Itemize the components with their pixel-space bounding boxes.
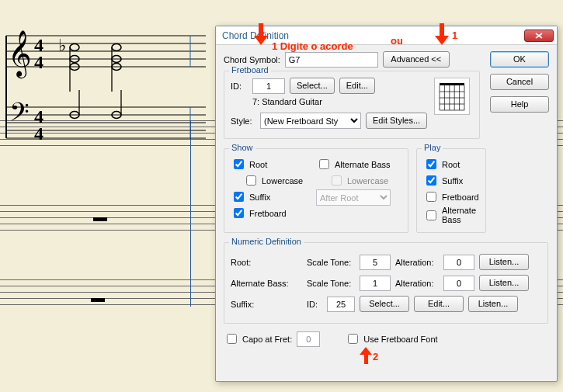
play-legend: Play	[422, 143, 443, 152]
fretboard-group: Fretboard ID: Select... Edit... 7: Stand…	[224, 71, 480, 139]
treble-clef-icon: 𝄞	[8, 30, 32, 79]
altbass-alteration-input[interactable]	[443, 276, 474, 291]
fretboard-id-label: ID:	[231, 82, 248, 91]
dialog-titlebar: Chord Definition	[216, 26, 557, 45]
scale-tone-label: Scale Tone:	[307, 258, 355, 267]
show-lowercase2-checkbox: Lowercase	[328, 173, 401, 188]
fretboard-instrument-text: 7: Standard Guitar	[252, 97, 322, 106]
bass-clef-icon: 𝄢	[9, 98, 30, 133]
fretboard-id-input[interactable]	[252, 78, 285, 94]
alteration-label-2: Alteration:	[395, 279, 439, 288]
altbass-listen-button[interactable]: Listen...	[479, 275, 529, 291]
play-suffix-checkbox[interactable]: Suffix	[423, 173, 479, 188]
fretboard-legend: Fretboard	[229, 65, 271, 75]
capo-checkbox[interactable]: Capo at Fret:	[224, 331, 292, 346]
advanced-button[interactable]: Advanced <<	[383, 51, 450, 68]
suffix-id-label: ID:	[307, 300, 322, 309]
show-legend: Show	[229, 143, 255, 152]
svg-text:4: 4	[34, 123, 43, 144]
svg-point-18	[70, 44, 79, 51]
show-suffix-checkbox[interactable]: Suffix	[231, 189, 308, 204]
svg-text:♭: ♭	[58, 36, 66, 55]
show-altbass-checkbox[interactable]: Alternate Bass	[316, 157, 401, 172]
rest	[91, 298, 105, 302]
use-fretboard-font-checkbox[interactable]: Use Fretboard Font	[345, 331, 437, 346]
show-lowercase-checkbox[interactable]: Lowercase	[243, 173, 308, 188]
rest	[93, 217, 107, 221]
fretboard-style-label: Style:	[231, 116, 255, 126]
cancel-button[interactable]: Cancel	[490, 74, 549, 90]
scale-tone-label-2: Scale Tone:	[307, 279, 355, 288]
show-root-checkbox[interactable]: Root	[231, 157, 308, 172]
show-group: Show Root Lowercase Suffix Fretboard Alt…	[224, 148, 408, 233]
svg-text:4: 4	[34, 52, 43, 72]
fretboard-style-select[interactable]: (New Fretboard Sty	[260, 113, 361, 129]
alteration-label: Alteration:	[395, 258, 439, 267]
chord-definition-dialog: Chord Definition OK Cancel Help Chord Sy…	[215, 26, 558, 382]
svg-point-22	[112, 44, 121, 51]
chord-symbol-label: Chord Symbol:	[224, 55, 280, 64]
svg-rect-30	[440, 83, 464, 85]
ok-button[interactable]: OK	[490, 51, 549, 68]
fretboard-edit-button[interactable]: Edit...	[339, 78, 375, 94]
suffix-id-input[interactable]	[327, 297, 355, 312]
close-icon	[535, 33, 543, 39]
altbass-label: Alternate Bass:	[231, 279, 302, 288]
fretboard-diagram	[434, 78, 470, 115]
suffix-label: Suffix:	[231, 300, 302, 309]
play-root-checkbox[interactable]: Root	[423, 157, 479, 172]
root-listen-button[interactable]: Listen...	[479, 254, 529, 270]
play-group: Play Root Suffix Fretboard Alternate Bas…	[416, 148, 486, 233]
play-fretboard-checkbox[interactable]: Fretboard	[423, 189, 479, 204]
music-score: 𝄞 𝄢 4 4 4 4 ♭	[0, 23, 210, 163]
capo-value-input	[297, 331, 320, 347]
suffix-select-button[interactable]: Select...	[360, 296, 409, 312]
help-button[interactable]: Help	[490, 96, 549, 113]
show-fretboard-checkbox[interactable]: Fretboard	[231, 206, 308, 220]
suffix-listen-button[interactable]: Listen...	[468, 296, 518, 312]
play-altbass-checkbox[interactable]: Alternate Bass	[423, 206, 479, 224]
suffix-edit-button[interactable]: Edit...	[414, 296, 464, 312]
dialog-title: Chord Definition	[222, 30, 524, 41]
edit-styles-button[interactable]: Edit Styles...	[366, 113, 427, 129]
root-label: Root:	[231, 258, 302, 267]
root-scaletone-input[interactable]	[360, 255, 391, 270]
chord-symbol-input[interactable]	[285, 52, 378, 68]
numeric-definition-group: Numeric Definition Root: Scale Tone: Alt…	[224, 242, 548, 324]
root-alteration-input[interactable]	[443, 255, 474, 270]
fretboard-select-button[interactable]: Select...	[290, 78, 335, 94]
show-position-select: After Root	[316, 189, 391, 206]
altbass-scaletone-input[interactable]	[360, 276, 391, 291]
numeric-legend: Numeric Definition	[229, 237, 304, 246]
close-button[interactable]	[524, 29, 554, 42]
